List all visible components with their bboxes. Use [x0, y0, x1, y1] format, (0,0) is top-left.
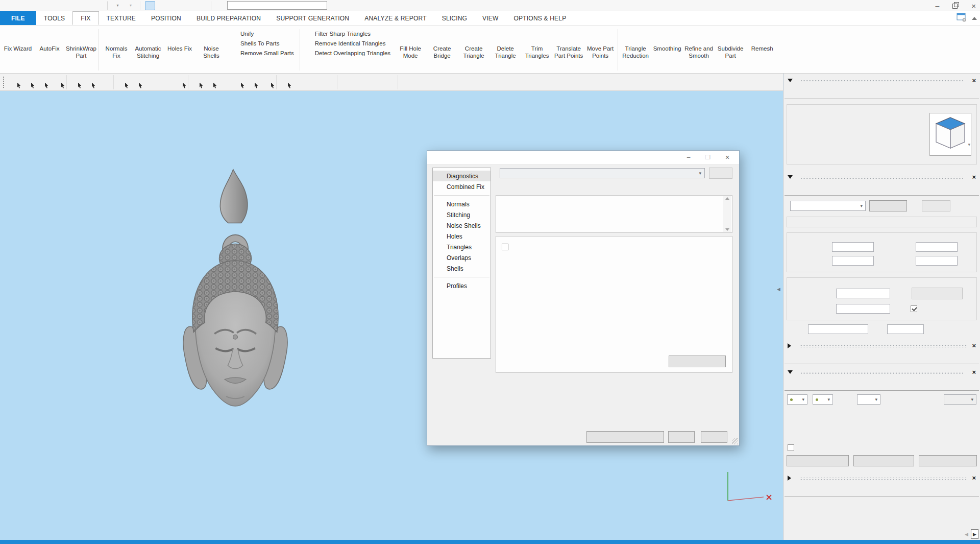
triangle-edit-tool-7[interactable] — [381, 75, 398, 89]
volume-select-tool-3[interactable] — [218, 75, 232, 89]
update-properties-button[interactable] — [912, 288, 963, 299]
dialog-minimize-icon[interactable]: – — [679, 154, 698, 161]
dialog-nav-normals[interactable]: Normals — [433, 199, 491, 209]
triangle-edit-tool-9[interactable] — [414, 75, 428, 89]
volume-select-tool-6[interactable] — [260, 75, 277, 89]
current-part-dropdown[interactable]: ▾ — [500, 168, 705, 178]
circle-selection-tool[interactable] — [83, 75, 97, 89]
save-icon[interactable] — [41, 1, 52, 10]
redo-icon[interactable] — [125, 1, 140, 10]
coordinate-display-dropdown[interactable]: ▾ — [857, 394, 880, 405]
collapse-arrow-icon[interactable] — [788, 79, 793, 82]
restore-icon[interactable] — [952, 3, 958, 9]
filter-sharp-triangles-button[interactable]: Filter Sharp Triangles — [304, 30, 390, 38]
dialog-nav-profiles[interactable]: Profiles — [433, 280, 491, 291]
triangle-edit-tool-11[interactable] — [442, 75, 456, 89]
annotation-pages-header[interactable]: × — [783, 340, 980, 351]
toolbar-drag-handle[interactable] — [3, 76, 5, 88]
trim-triangles-button[interactable]: Trim Triangles — [521, 27, 553, 59]
menu-view[interactable]: VIEW — [475, 11, 506, 25]
next-button[interactable] — [922, 200, 950, 211]
export-part-icon[interactable] — [80, 1, 90, 10]
menu-support-generation[interactable]: SUPPORT GENERATION — [268, 11, 357, 25]
translate-part-points-button[interactable]: Translate Part Points — [553, 27, 584, 59]
collapse-arrow-icon[interactable] — [788, 343, 791, 348]
close-icon[interactable]: × — [971, 2, 976, 10]
automatic-stitching-button[interactable]: Automatic Stitching — [132, 27, 164, 59]
menu-position[interactable]: POSITION — [143, 11, 189, 25]
triangle-edit-tool-4[interactable] — [321, 75, 337, 89]
unify-button[interactable]: Unify — [229, 30, 294, 38]
refine-and-smooth-button[interactable]: Refine and Smooth — [683, 27, 715, 59]
collapse-ribbon-icon[interactable] — [972, 17, 977, 20]
menu-build-preparation[interactable]: BUILD PREPARATION — [189, 11, 268, 25]
triangle-edit-tool-10[interactable] — [428, 75, 442, 89]
triangle-edit-tool-1[interactable] — [279, 75, 293, 89]
dialog-nav-triangles[interactable]: Triangles — [433, 242, 491, 252]
rename-button[interactable] — [869, 200, 907, 211]
automatic-checkbox[interactable] — [911, 305, 917, 312]
dialog-nav-overlaps[interactable]: Overlaps — [433, 252, 491, 263]
shells-to-parts-button[interactable]: Shells To Parts — [229, 39, 294, 48]
unload-all-icon[interactable] — [92, 1, 108, 10]
panel-close-icon[interactable]: × — [972, 174, 976, 180]
follow-advice-button[interactable] — [586, 431, 664, 443]
delete-triangle-button[interactable]: Delete Triangle — [489, 27, 521, 59]
invisible-field[interactable] — [916, 256, 958, 266]
dialog-resize-grip[interactable] — [732, 438, 738, 444]
menu-slicing[interactable]: SLICING — [434, 11, 475, 25]
orientation-cube-preview[interactable]: ▾ — [929, 113, 971, 156]
menu-options-help[interactable]: OPTIONS & HELP — [506, 11, 574, 25]
rectangle-selection-tool[interactable] — [69, 75, 83, 89]
second-point-mode-dropdown[interactable]: ▾ — [813, 394, 833, 405]
menu-texture[interactable]: TEXTURE — [99, 11, 143, 25]
part-name-dropdown[interactable]: ▾ — [790, 201, 866, 211]
first-point-mode-dropdown[interactable]: ▾ — [787, 394, 807, 405]
volume-select-tool-5[interactable] — [246, 75, 260, 89]
volume-select-tool-4[interactable] — [232, 75, 246, 89]
volume-field[interactable] — [836, 289, 890, 298]
close-button[interactable] — [668, 431, 695, 443]
triangle-reduction-button[interactable]: Triangle Reduction — [620, 27, 651, 59]
select-window-tool[interactable] — [22, 75, 36, 89]
dialog-nav-shells[interactable]: Shells — [433, 263, 491, 274]
invisible-checkbox[interactable] — [788, 444, 794, 451]
snap-settings-button[interactable] — [919, 455, 977, 466]
triangle-edit-tool-8[interactable] — [401, 75, 414, 89]
move-part-points-button[interactable]: Move Part Points — [584, 27, 616, 59]
volume-select-tool-1[interactable] — [191, 75, 205, 89]
fix-wizard-button[interactable]: Fix Wizard — [2, 27, 34, 53]
select-triangles-tool[interactable] — [9, 75, 22, 89]
measurement-pages-header[interactable]: × — [783, 367, 980, 377]
triangle-edit-tool-2[interactable] — [293, 75, 307, 89]
new-platform-icon[interactable] — [16, 1, 26, 10]
tab-scroll-left-icon[interactable]: ◀ — [963, 529, 970, 539]
chevron-down-icon[interactable]: ▾ — [968, 142, 970, 147]
collapse-arrow-icon[interactable] — [788, 175, 793, 179]
menu-fix[interactable]: FIX — [72, 11, 99, 25]
zoom-in-icon[interactable] — [183, 1, 193, 10]
screenshot-settings-icon[interactable] — [957, 12, 968, 22]
quick-search-input[interactable] — [227, 1, 327, 10]
dialog-nav-holes[interactable]: Holes — [433, 231, 491, 242]
smoothing-button[interactable]: Smoothing — [651, 27, 683, 53]
subdivide-part-button[interactable]: Subdivide Part — [715, 27, 746, 59]
remove-identical-triangles-button[interactable]: Remove Identical Triangles — [304, 39, 390, 48]
view-part-icon[interactable] — [170, 1, 181, 10]
zoom-selection-icon[interactable] — [158, 1, 168, 10]
points-field[interactable] — [916, 242, 958, 252]
wheel-selection-tool[interactable] — [158, 75, 172, 89]
select-shell-tool[interactable] — [50, 75, 67, 89]
remove-small-parts-button[interactable]: Remove Small Parts — [229, 49, 294, 57]
status-field[interactable] — [808, 324, 868, 334]
fix-pages-header[interactable]: × — [783, 472, 980, 483]
freeform-selection-tool[interactable] — [97, 75, 114, 89]
triangles-field[interactable] — [832, 242, 874, 252]
create-triangle-button[interactable]: Create Triangle — [458, 27, 489, 59]
dialog-nav-combined-fix[interactable]: Combined Fix — [433, 181, 491, 192]
panel-close-icon[interactable]: × — [972, 369, 976, 375]
import-part-icon[interactable] — [3, 1, 13, 10]
create-bridge-button[interactable]: Create Bridge — [426, 27, 458, 59]
center-dropdown[interactable]: ▾ — [944, 394, 976, 405]
dialog-maximize-icon[interactable]: ❒ — [698, 154, 718, 161]
